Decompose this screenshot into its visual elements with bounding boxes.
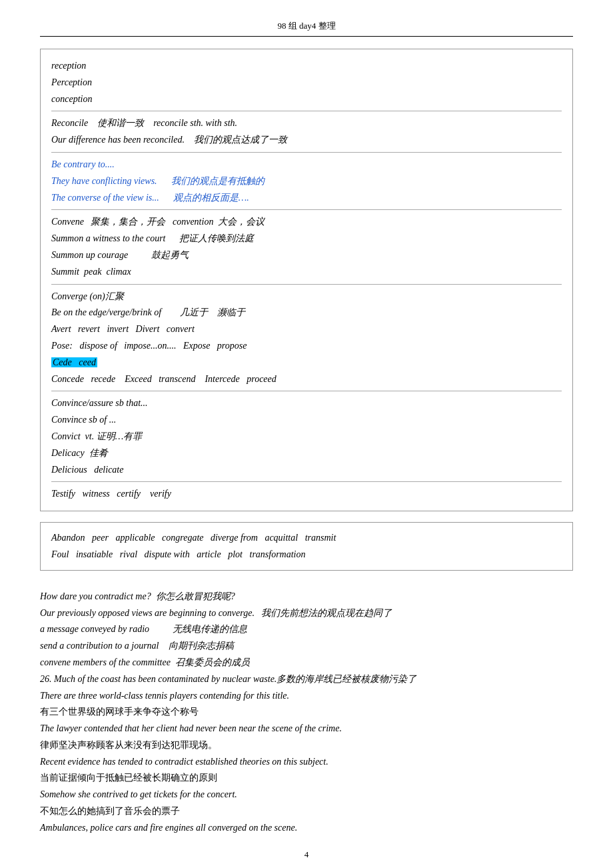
vocab-section-box: Abandon peer applicable congregate diver… — [40, 522, 573, 571]
line-convince-that: Convince/assure sb that... — [51, 395, 562, 411]
cede-highlight: Cede ceed — [51, 357, 97, 367]
line-convict: Convict vt. 证明…有罪 — [51, 429, 562, 445]
sentence-block: How dare you contradict me? 你怎么敢冒犯我呢? Ou… — [40, 581, 573, 836]
line-convince-of: Convince sb of ... — [51, 412, 562, 428]
page-footer: 4 — [40, 849, 573, 860]
line-reconcile: Reconcile 使和谐一致 reconcile sth. with sth. — [51, 115, 562, 131]
line-avert: Avert revert invert Divert convert — [51, 321, 562, 337]
line-summon-courage: Summon up courage 鼓起勇气 — [51, 247, 562, 263]
line-conflicting: They have conflicting views. 我们的观点是有抵触的 — [51, 173, 562, 189]
line-reception: reception — [51, 58, 562, 74]
sentence-4: send a contribution to a journal 向期刊杂志捐稿 — [40, 638, 573, 654]
divider-1 — [51, 111, 562, 111]
line-delicacy: Delicacy 佳肴 — [51, 445, 562, 461]
sentence-7: There are three world-class tennis playe… — [40, 688, 573, 704]
line-cede: Cede ceed — [51, 355, 562, 371]
main-content-box: reception Perception conception Reconcil… — [40, 49, 573, 511]
sentence-9-cn: 当前证据倾向于抵触已经被长期确立的原则 — [40, 770, 573, 786]
line-perception: Perception — [51, 75, 562, 91]
line-reconcile-example: Our difference has been reconciled. 我们的观… — [51, 132, 562, 148]
line-converge: Converge (on)汇聚 — [51, 289, 562, 305]
line-delicious: Delicious delicate — [51, 462, 562, 478]
section-line2: Foul insatiable rival dispute with artic… — [51, 547, 562, 563]
divider-4 — [51, 284, 562, 285]
line-summit: Summit peak climax — [51, 264, 562, 280]
sentence-9: Recent evidence has tended to contradict… — [40, 754, 573, 770]
sentence-5: convene members of the committee 召集委员会的成… — [40, 655, 573, 671]
line-conception: conception — [51, 91, 562, 107]
divider-2 — [51, 152, 562, 153]
line-edge-verge: Be on the edge/verge/brink of 几近于 濒临于 — [51, 305, 562, 321]
header-title: 98 组 day4 整理 — [277, 21, 335, 31]
line-testify: Testify witness certify verify — [51, 486, 562, 502]
line-pose: Pose: dispose of impose...on.... Expose … — [51, 338, 562, 354]
page-number: 4 — [305, 849, 309, 859]
page-header: 98 组 day4 整理 — [40, 20, 573, 37]
line-converse: The converse of the view is... 观点的相反面是…. — [51, 190, 562, 206]
line-concede: Concede recede Exceed transcend Interced… — [51, 371, 562, 387]
sentence-10-cn: 不知怎么的她搞到了音乐会的票子 — [40, 803, 573, 819]
sentence-8-cn: 律师坚决声称顾客从来没有到达犯罪现场。 — [40, 737, 573, 753]
sentence-1: How dare you contradict me? 你怎么敢冒犯我呢? — [40, 589, 573, 605]
sentence-8: The lawyer contended that her client had… — [40, 721, 573, 737]
sentence-7-cn: 有三个世界级的网球手来争夺这个称号 — [40, 704, 573, 720]
divider-5 — [51, 391, 562, 391]
sentence-6: 26. Much of the coast has been contamina… — [40, 671, 573, 687]
sentence-10: Somehow she contrived to get tickets for… — [40, 787, 573, 803]
line-convene: Convene 聚集，集合，开会 convention 大会，会议 — [51, 214, 562, 230]
divider-3 — [51, 209, 562, 210]
sentence-11: Ambulances, police cars and fire engines… — [40, 820, 573, 836]
divider-6 — [51, 481, 562, 482]
line-be-contrary: Be contrary to.... — [51, 157, 562, 173]
sentence-3: a message conveyed by radio 无线电传递的信息 — [40, 621, 573, 637]
line-summon-witness: Summon a witness to the court 把证人传唤到法庭 — [51, 231, 562, 247]
sentence-2: Our previously opposed views are beginni… — [40, 605, 573, 621]
section-line1: Abandon peer applicable congregate diver… — [51, 530, 562, 546]
